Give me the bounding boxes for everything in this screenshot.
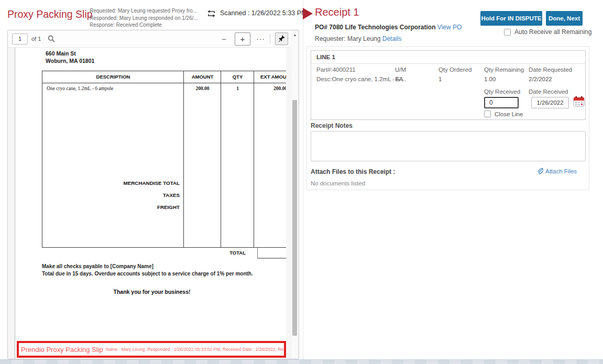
receipt-notes-textarea[interactable] <box>311 131 586 161</box>
requester-line: Requester: Mary Leung Details <box>315 35 401 42</box>
close-line-label: Close Line <box>495 111 523 117</box>
auto-receive-label: Auto Receive all Remaining <box>514 28 591 36</box>
hold-for-dispute-button[interactable]: Hold For IN DISPUTE <box>480 11 542 26</box>
column-amount <box>184 71 221 247</box>
thank-you-line: Thank you for your business! <box>42 289 262 295</box>
receipt-title: Receipt 1 <box>315 6 359 18</box>
taxes-label: TAXES <box>42 192 180 198</box>
no-documents-text: No documents listed <box>311 180 365 186</box>
attach-files-label: Attach Files to this Receipt : <box>311 168 395 175</box>
auto-receive-row: Auto Receive all Remaining <box>504 28 591 36</box>
header-description: DESCRIPTION <box>42 74 184 80</box>
total-label: TOTAL <box>199 250 246 256</box>
stamp-details: Name : Mary Leung ,Responded : 1/26/2022… <box>106 347 286 352</box>
uom-label: U/M <box>395 67 406 73</box>
qty-remaining-value: 1.00 <box>484 76 496 82</box>
receipt-notes-label: Receipt Notes <box>311 122 353 129</box>
qty-ordered-value: 1 <box>438 76 442 82</box>
column-description <box>42 71 184 247</box>
pushpin-icon <box>278 35 285 42</box>
item-ext-amount: 200.00 <box>254 86 286 91</box>
details-link[interactable]: Details <box>382 35 402 42</box>
close-line-row: Close Line <box>484 111 523 117</box>
scanned-timestamp: Scanned : 1/26/2022 5:33 PM <box>220 9 306 17</box>
packing-slip-page: 660 Main St Woburn, MA 01801 DESCRIPTION… <box>15 48 286 359</box>
paperclip-icon <box>536 168 543 174</box>
toolbar-divider <box>270 34 270 43</box>
header-amount: AMOUNT <box>184 74 221 80</box>
done-next-button[interactable]: Done, Next <box>546 11 583 26</box>
view-po-link[interactable]: View PO <box>437 24 462 31</box>
qty-remaining-label: Qty Remaining <box>484 67 524 73</box>
date-requested-value: 2/2/2022 <box>529 76 552 82</box>
po-line: PO# 7080 Life Technologies Corporation V… <box>315 24 462 31</box>
total-value-box <box>257 248 286 259</box>
vendor-address-line1: 660 Main St <box>46 50 76 57</box>
vertical-scrollbar[interactable]: ▲ <box>292 31 298 359</box>
close-line-checkbox[interactable] <box>484 111 491 117</box>
search-icon[interactable] <box>48 35 55 42</box>
item-description: One cryo cane, 1.2mL - 6 ampule <box>47 86 113 91</box>
requested-line: Requested: Mary Leung requested Proxy fr… <box>90 7 207 15</box>
horizontal-scrollbar[interactable] <box>0 359 603 364</box>
total-due-line: Total due in 15 days. Overdue accounts s… <box>42 271 253 277</box>
line-separator <box>311 63 585 64</box>
pdf-toolbar: of 1 − + ··· <box>8 30 291 48</box>
attach-files-link-label: Attach Files <box>545 168 577 174</box>
more-options-icon[interactable]: ··· <box>256 35 265 43</box>
page-count-label: of 1 <box>31 36 41 42</box>
qty-received-input[interactable] <box>484 97 519 108</box>
page-title: Proxy Packing Slip <box>7 8 93 20</box>
header-ext-amount: EXT AMOUNT <box>254 74 286 80</box>
scrollbar-thumb[interactable] <box>292 100 297 336</box>
zoom-in-button[interactable]: + <box>235 32 250 46</box>
part-number: Part#:4000211 <box>316 67 356 73</box>
document-area: 660 Main St Woburn, MA 01801 DESCRIPTION… <box>8 48 292 359</box>
items-table: DESCRIPTION AMOUNT QTY EXT AMOUNT One cr… <box>42 71 286 248</box>
line-item-box: LINE 1 Part#:4000211 Desc:One cryo cane,… <box>311 50 586 120</box>
qty-received-label: Qty Received <box>484 89 520 95</box>
panel-divider <box>303 0 303 359</box>
stamp-title: Prendio Proxy Packing Slip <box>21 346 103 354</box>
date-received-label: Date Received <box>529 89 568 95</box>
responded-line: Responded: Mary Leung responded on 1/26/… <box>90 15 207 22</box>
zoom-out-button[interactable]: − <box>222 35 226 43</box>
checks-payable-line: Make all checks payable to [Company Name… <box>42 263 154 269</box>
merchandise-total-label: MERCHANDISE TOTAL <box>42 180 180 186</box>
current-receipt-arrow-icon <box>303 8 313 19</box>
requester-name: Requester: Mary Leung <box>315 35 380 42</box>
receipt-card: LINE 1 Part#:4000211 Desc:One cryo cane,… <box>306 46 589 190</box>
date-received-input[interactable] <box>531 97 569 108</box>
auto-receive-checkbox[interactable] <box>504 29 511 36</box>
calendar-icon[interactable] <box>573 96 585 109</box>
attach-files-link[interactable]: Attach Files <box>536 168 577 174</box>
line-description: Desc:One cryo cane, 1.2mL - 6 ... <box>316 76 407 82</box>
freight-label: FREIGHT <box>42 204 180 210</box>
header-qty: QTY <box>221 74 254 80</box>
item-amount: 200.00 <box>184 86 221 91</box>
item-qty: 1 <box>221 86 254 91</box>
line-title: LINE 1 <box>316 54 335 60</box>
uom-value: EA <box>395 76 403 82</box>
vendor-address-line2: Woburn, MA 01801 <box>46 58 94 64</box>
request-summary: Requested: Mary Leung requested Proxy fr… <box>90 7 207 29</box>
date-requested-label: Date Requested <box>529 67 572 73</box>
proxy-stamp: Prendio Proxy Packing Slip Name : Mary L… <box>17 341 286 358</box>
response-line: Response: Received Complete <box>90 21 207 29</box>
scrollbar-up-arrow[interactable]: ▲ <box>292 31 298 38</box>
rescan-icon[interactable] <box>207 10 216 19</box>
column-qty <box>221 71 254 247</box>
pin-button[interactable] <box>275 32 288 45</box>
page-number-input[interactable] <box>12 34 28 45</box>
receiving-screen: Proxy Packing Slip Requested: Mary Leung… <box>0 0 603 364</box>
pdf-viewer: of 1 − + ··· 660 Main St Woburn, MA 0180… <box>7 30 299 359</box>
po-number-vendor: PO# 7080 Life Technologies Corporation <box>315 24 436 31</box>
qty-ordered-label: Qty Ordered <box>438 67 472 73</box>
